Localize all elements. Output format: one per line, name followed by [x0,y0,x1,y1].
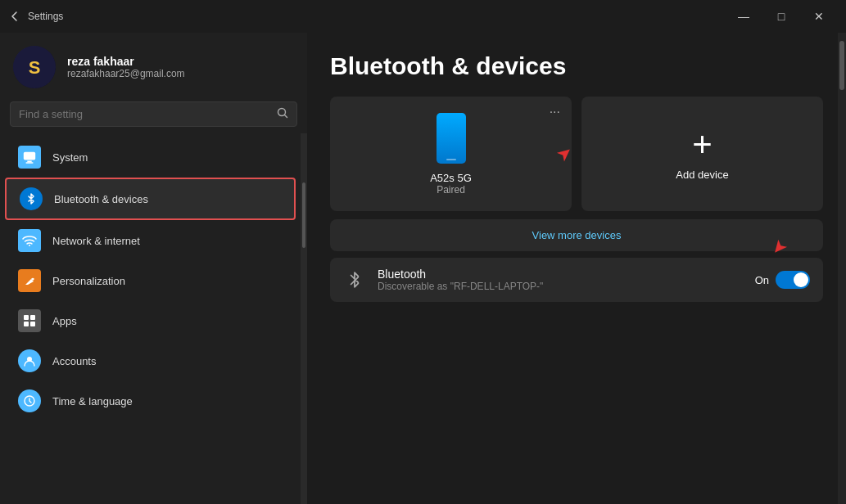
nav-list: System Bluetooth & devices [0,133,301,504]
user-email: rezafakhaar25@gmail.com [67,68,185,79]
back-icon[interactable] [8,10,21,23]
sidebar-item-accounts[interactable]: Accounts [5,341,296,380]
sidebar-item-time[interactable]: Time & language [5,381,296,421]
sidebar-item-apps[interactable]: Apps [5,301,296,340]
sidebar-item-label-apps: Apps [52,315,77,327]
sidebar-scrollbar[interactable] [301,133,307,504]
device-more-button[interactable]: ··· [550,105,560,119]
avatar: S [13,46,56,88]
sidebar-item-label-system: System [52,151,88,164]
app-title: Settings [28,11,63,22]
bluetooth-state-label: On [755,274,769,286]
title-bar-left: Settings [8,10,63,23]
sidebar-item-label-network: Network & internet [52,235,140,247]
personalization-icon [18,269,41,292]
network-icon [18,229,41,252]
svg-point-7 [32,277,34,278]
svg-point-6 [29,245,30,246]
window-controls: — □ ✕ [725,3,838,29]
bluetooth-row: Bluetooth Discoverable as "RF-DELL-LAPTO… [330,258,823,302]
phone-device-icon [437,113,466,164]
add-device-label: Add device [676,169,728,181]
view-more-button[interactable]: View more devices [330,219,823,251]
close-button[interactable]: ✕ [800,3,838,29]
scrollbar-thumb [302,182,305,248]
bluetooth-icon [20,187,43,210]
user-section[interactable]: S reza fakhaar rezafakhaar25@gmail.com [0,33,307,98]
maximize-button[interactable]: □ [762,3,800,29]
svg-rect-8 [24,315,29,320]
page-title: Bluetooth & devices [330,52,823,80]
search-box[interactable] [10,101,297,127]
svg-rect-5 [26,162,34,163]
add-device-card[interactable]: + Add device ➤ [581,97,823,211]
device-status: Paired [437,184,465,196]
svg-rect-11 [30,322,35,326]
content-area: Bluetooth & devices ··· A52s 5G Paired +… [307,33,846,504]
minimize-button[interactable]: — [725,3,762,29]
svg-rect-9 [30,315,35,320]
sidebar-item-personalization[interactable]: Personalization [5,261,296,300]
bluetooth-info: Bluetooth Discoverable as "RF-DELL-LAPTO… [378,268,744,292]
bluetooth-toggle-area[interactable]: On [755,271,810,289]
time-icon [18,389,41,412]
content-scrollbar-thumb [839,41,844,90]
sidebar: S reza fakhaar rezafakhaar25@gmail.com [0,33,307,504]
bluetooth-sub: Discoverable as "RF-DELL-LAPTOP-" [378,281,744,292]
system-icon [18,146,41,169]
svg-rect-10 [24,322,29,326]
device-card-a52s[interactable]: ··· A52s 5G Paired [330,97,572,211]
sidebar-item-system[interactable]: System [5,137,296,177]
bluetooth-label: Bluetooth [378,268,744,281]
sidebar-item-network[interactable]: Network & internet [5,221,296,260]
avatar-image: S [13,46,56,88]
user-name: reza fakhaar [67,55,185,68]
search-icon [277,107,288,121]
sidebar-item-bluetooth[interactable]: Bluetooth & devices [5,178,296,220]
user-info: reza fakhaar rezafakhaar25@gmail.com [67,55,185,79]
sidebar-scroll-wrapper: System Bluetooth & devices [0,133,307,504]
device-name: A52s 5G [430,172,472,184]
apps-icon [18,309,41,332]
svg-rect-3 [24,152,35,160]
sidebar-item-label-accounts: Accounts [52,355,96,367]
svg-rect-4 [27,161,31,163]
plus-icon: + [692,128,713,162]
svg-text:S: S [29,57,41,78]
bluetooth-toggle[interactable] [776,271,810,289]
sidebar-item-label-time: Time & language [52,395,133,407]
search-input[interactable] [19,108,270,120]
content-scrollbar-track [838,33,846,504]
sidebar-item-label-personalization: Personalization [52,275,125,287]
accounts-icon [18,349,41,372]
sidebar-item-label-bluetooth: Bluetooth & devices [54,193,148,205]
title-bar: Settings — □ ✕ [0,0,846,33]
device-cards: ··· A52s 5G Paired + Add device ➤ [330,97,823,211]
main-layout: S reza fakhaar rezafakhaar25@gmail.com [0,33,846,504]
bluetooth-row-icon [343,268,366,291]
